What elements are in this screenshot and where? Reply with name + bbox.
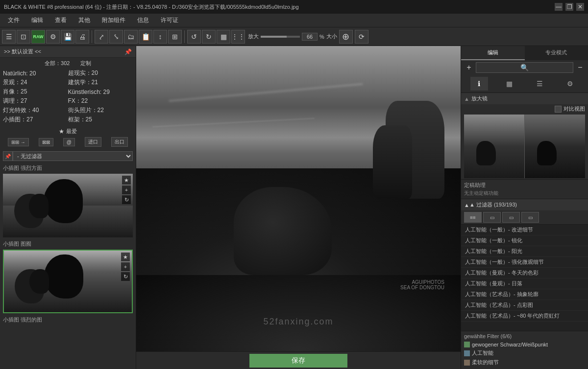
menu-other[interactable]: 其他 — [73, 14, 96, 26]
preset-light[interactable]: 灯光特效：40 — [3, 106, 68, 115]
filter-item-3[interactable]: 人工智能（一般）- 强化微观细节 — [461, 257, 588, 268]
right-icon-list[interactable]: ☰ — [531, 77, 548, 91]
tool-histogram[interactable]: ▦ — [217, 30, 230, 44]
tool-export3[interactable]: 🗂 — [124, 30, 138, 44]
zoom-input[interactable] — [302, 33, 318, 41]
right-minus-btn[interactable]: − — [575, 63, 585, 72]
tool-print[interactable]: 🖨 — [75, 30, 89, 44]
preset-naturl[interactable]: Natürlich: 20 — [3, 70, 68, 77]
right-search-row: + 🔍 − — [461, 60, 588, 75]
filter-item-6[interactable]: 人工智能（艺术品）- 抽象轮廓 — [461, 289, 588, 300]
tool-refresh[interactable]: ↺ — [187, 30, 201, 44]
preset-landscape[interactable]: 景观：24 — [3, 78, 68, 87]
preset-fx[interactable]: FX：22 — [68, 97, 133, 105]
menu-addons[interactable]: 附加组件 — [96, 14, 131, 26]
titlebar: BLACK & WHITE #8 professional (64 位) - 注… — [0, 0, 588, 14]
compare-checkbox[interactable] — [555, 106, 562, 113]
tool-settings[interactable]: ⚙ — [46, 30, 60, 44]
preset-row-6: 小插图：27 框架：25 — [3, 115, 133, 124]
preset-tone[interactable]: 调理：27 — [3, 97, 68, 105]
filter-icon-all[interactable]: ≡≡ — [464, 212, 482, 223]
save-button[interactable]: 保存 — [249, 354, 347, 368]
thumb2-image — [4, 251, 132, 312]
menu-edit[interactable]: 编辑 — [25, 14, 49, 26]
preset-street[interactable]: 街头照片：22 — [68, 106, 133, 115]
filter-section-header[interactable]: ▲ ▲ 过滤器 (193/193) — [461, 199, 588, 210]
tool-zoom-in[interactable]: ⊕ — [339, 30, 353, 44]
tool-more[interactable]: ⋮⋮ — [231, 30, 245, 44]
filter-item-5[interactable]: 人工智能（曼观）- 日落 — [461, 278, 588, 289]
right-search-box[interactable]: 🔍 — [476, 62, 573, 73]
restore-button[interactable]: ❐ — [565, 3, 573, 11]
fav-grid-btn[interactable]: ⊞⊞ → — [8, 138, 29, 146]
tool-export4[interactable]: 📋 — [139, 30, 152, 44]
filter-item-7[interactable]: 人工智能（艺术品）- 点彩图 — [461, 300, 588, 311]
tool-redo[interactable]: ↻ — [202, 30, 216, 44]
minimize-button[interactable]: — — [555, 3, 563, 11]
fav-grid2-btn[interactable]: ⊠⊠ — [39, 138, 53, 146]
preset-frame[interactable]: 框架：25 — [68, 115, 133, 124]
right-tabs: 编辑 专业模式 — [461, 46, 588, 60]
filter-item-4[interactable]: 人工智能（曼观）- 冬天的色彩 — [461, 268, 588, 278]
tool-raw[interactable]: RAW — [31, 30, 45, 44]
zoom-slider[interactable] — [261, 36, 300, 38]
filter-item-8[interactable]: 人工智能（艺术品）- ~80 年代的霓虹灯 — [461, 311, 588, 322]
tool-camera[interactable]: ⊡ — [17, 30, 30, 44]
selected-filters-label: gewählte Filter (6/6) — [464, 333, 585, 339]
filter-item-1[interactable]: 人工智能（一般）- 锐化 — [461, 235, 588, 246]
fav-import-btn[interactable]: 进口 — [85, 137, 101, 147]
tab-edit[interactable]: 编辑 — [461, 46, 525, 60]
tool-export2[interactable]: ⤥ — [109, 30, 123, 44]
preset-architecture[interactable]: 建筑学：21 — [68, 78, 133, 87]
thumb1-star[interactable]: ★ — [122, 176, 131, 184]
filter-icon-grey1[interactable]: ▭ — [483, 212, 501, 223]
selected-filter-1[interactable]: 人工智能 — [464, 348, 585, 358]
filter-icon-grey2[interactable]: ▭ — [502, 212, 520, 223]
thumb2-plus[interactable]: + — [121, 262, 130, 271]
filter-pin-btn[interactable]: 📌 — [3, 151, 13, 161]
thumb1-plus[interactable]: + — [122, 185, 131, 194]
preset-portrait[interactable]: 肖像：25 — [3, 88, 68, 96]
search-icon: 🔍 — [520, 64, 529, 71]
thumb1-refresh[interactable]: ↻ — [122, 195, 131, 204]
thumb2-refresh[interactable]: ↻ — [121, 272, 130, 281]
filter-item-2[interactable]: 人工智能（一般）- 阳光 — [461, 246, 588, 257]
menu-file[interactable]: 文件 — [2, 14, 25, 26]
preset-superreal[interactable]: 超现实：20 — [68, 69, 133, 77]
right-add-btn[interactable]: + — [464, 63, 474, 72]
preset-vignette[interactable]: 小插图：27 — [3, 115, 68, 124]
menu-info[interactable]: 信息 — [131, 14, 155, 26]
tool-crop[interactable]: ⊞ — [168, 30, 182, 44]
magnifier-header[interactable]: ▲ 放大镜 — [461, 93, 588, 104]
filter-row: 📌 - 无过滤器 — [0, 150, 136, 162]
filter-item-0[interactable]: 人工智能（一般）- 改进细节 — [461, 225, 588, 235]
filter-select[interactable]: - 无过滤器 — [13, 151, 133, 161]
fav-export-btn[interactable]: 出口 — [111, 137, 128, 147]
right-icon-sliders[interactable]: ⚙ — [561, 77, 579, 91]
preset-kunst[interactable]: Künstlerisch: 29 — [68, 89, 133, 95]
selected-filter-0[interactable]: gewogener Schwarz/Weißpunkt — [464, 341, 585, 348]
fav-at-btn[interactable]: @ — [63, 138, 75, 146]
filter-arrow: ▲ — [464, 202, 469, 208]
selected-filter-2[interactable]: 柔软的细节 — [464, 358, 585, 367]
menu-view[interactable]: 查看 — [49, 14, 73, 26]
presets-pin[interactable]: 📌 — [124, 48, 132, 55]
thumb2-star[interactable]: ★ — [121, 253, 130, 261]
preset-total: 全部：302 定制 — [3, 60, 133, 67]
tab-pro[interactable]: 专业模式 — [525, 46, 588, 60]
right-icon-info[interactable]: ℹ — [470, 77, 488, 91]
selected-filters-section: gewählte Filter (6/6) gewogener Schwarz/… — [461, 331, 588, 369]
menu-license[interactable]: 许可证 — [155, 14, 184, 26]
tool-rotate[interactable]: ⟳ — [355, 30, 368, 44]
zoom-percent: % — [319, 34, 324, 40]
tool-save[interactable]: 💾 — [61, 30, 74, 44]
preview-area — [464, 115, 585, 178]
compare-label: 对比视图 — [564, 105, 585, 113]
close-button[interactable]: ✕ — [576, 3, 584, 11]
tool-open[interactable]: ☰ — [2, 30, 16, 44]
tool-export5[interactable]: ↕ — [153, 30, 167, 44]
tool-export1[interactable]: ⤤ — [95, 30, 108, 44]
filter-icon-grey3[interactable]: ▭ — [521, 212, 539, 223]
right-icon-grid[interactable]: ▦ — [501, 77, 518, 91]
presets-header[interactable]: >> 默认设置 << 📌 — [0, 46, 136, 58]
